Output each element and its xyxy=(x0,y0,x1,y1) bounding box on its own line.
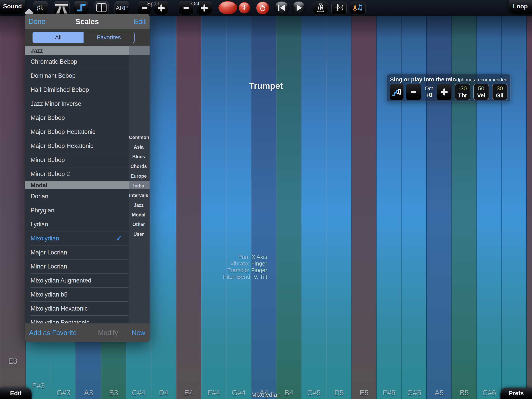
index-item-blues[interactable]: Blues xyxy=(129,154,148,159)
plus-icon xyxy=(441,89,448,96)
play-button[interactable] xyxy=(292,1,306,14)
oct-value: +0 xyxy=(423,91,435,99)
pitch-step-icon xyxy=(75,2,87,13)
note-stripe-A4[interactable]: A4 xyxy=(251,16,277,399)
edit-button[interactable]: Edit xyxy=(133,14,146,29)
note-stripe-A5[interactable]: A5 xyxy=(426,16,452,399)
record-button[interactable] xyxy=(218,1,237,14)
note-name-label: E5 xyxy=(351,389,377,397)
note-name-label: C#4 xyxy=(126,389,151,397)
note-stripe-G#4[interactable]: G#4 xyxy=(226,16,251,399)
mic-octave-decrease-button[interactable] xyxy=(406,84,421,100)
tab-all[interactable]: All xyxy=(33,32,83,43)
note-stripe-E6[interactable] xyxy=(526,16,532,399)
note-name-label: F#5 xyxy=(377,389,402,397)
note-name-label: D4 xyxy=(151,389,176,397)
add-as-favorite-button[interactable]: Add as Favorite xyxy=(29,323,77,342)
note-stripe-D5[interactable]: D5 xyxy=(326,16,351,399)
note-name-label: F#3 xyxy=(26,382,51,390)
sound-tab-button[interactable]: Sound xyxy=(0,0,25,14)
index-item-jazz[interactable]: Jazz xyxy=(129,202,148,208)
note-name-label: C#6 xyxy=(477,389,502,397)
index-item-other[interactable]: Other xyxy=(129,222,148,227)
index-item-user[interactable]: User xyxy=(129,232,148,237)
note-stripe-G#5[interactable]: G#5 xyxy=(401,16,427,399)
note-stripe-D6[interactable]: D6 xyxy=(501,16,527,399)
sharp-flat-icon: ♯♭ xyxy=(37,4,44,12)
mic-panel-controls: Oct +0 -30Thr50Vel30Gli xyxy=(390,84,507,100)
control-assignments: Pan:X AxisVibrato:FingerTremolo:FingerPi… xyxy=(193,254,267,280)
minus-icon xyxy=(184,7,189,9)
scales-header: Done Scales Edit xyxy=(25,14,150,29)
assignment-row: Tremolo:Finger xyxy=(193,267,267,274)
note-stripe-C#5[interactable]: C#5 xyxy=(301,16,327,399)
scale-name: Half-Dimiished Bebop xyxy=(31,83,89,97)
scale-name: Minor Locrian xyxy=(31,259,67,274)
note-stripe-B4[interactable]: B4 xyxy=(276,16,301,399)
index-item-india[interactable]: India xyxy=(129,183,148,189)
modify-button[interactable]: Modify xyxy=(98,323,118,342)
layout-columns-button[interactable] xyxy=(94,1,109,14)
play-icon xyxy=(297,5,302,11)
index-item-modal[interactable]: Modal xyxy=(129,212,148,218)
param-value: -30 xyxy=(459,85,467,92)
scale-name: Major Locrian xyxy=(31,245,67,259)
mic-param-thr-button[interactable]: -30Thr xyxy=(455,84,470,100)
current-scale-label: Mixolydian xyxy=(208,391,324,399)
scale-name: Mixolydian xyxy=(31,232,59,245)
loop-tab-button[interactable]: Loop xyxy=(509,0,532,14)
assignment-label: Pitch Bend: xyxy=(193,274,252,280)
prefs-tab-button[interactable]: Prefs xyxy=(500,388,532,399)
loop-label: Loop xyxy=(513,3,528,10)
note-stripe-E3[interactable]: E3 xyxy=(0,16,25,399)
top-toolbar: ♯♭ ARP Span Oct xyxy=(0,0,532,16)
note-stripe-F#5[interactable]: F#5 xyxy=(376,16,402,399)
scales-title: Scales xyxy=(25,14,150,29)
edit-tab-button[interactable]: Edit xyxy=(0,388,32,399)
section-index[interactable]: CommonAsiaBluesChordsEuropeIndiaInterval… xyxy=(129,46,150,323)
note-stripe-E4[interactable]: E4 xyxy=(176,16,201,399)
note-name-label: E3 xyxy=(0,357,25,366)
scale-name: Lydian xyxy=(31,217,48,232)
note-stripe-E5[interactable]: E5 xyxy=(351,16,377,399)
mic-param-vel-button[interactable]: 50Vel xyxy=(473,84,489,100)
scale-name: Major Bebop xyxy=(31,111,65,125)
mic-monitor-button[interactable] xyxy=(331,1,347,14)
new-button[interactable]: New xyxy=(132,323,145,342)
param-value: 30 xyxy=(497,85,503,92)
scale-name: Major Bebop Hexatonic xyxy=(31,139,93,153)
note-stripe-B5[interactable]: B5 xyxy=(451,16,477,399)
index-item-chords[interactable]: Chords xyxy=(129,164,148,169)
note-stripe-F#4[interactable]: F#4 xyxy=(201,16,226,399)
skip-to-start-button[interactable] xyxy=(274,1,289,14)
assignment-row: Vibrato:Finger xyxy=(193,260,267,267)
note-stripe-D4[interactable]: D4 xyxy=(151,16,176,399)
accidentals-button[interactable]: ♯♭ xyxy=(33,1,48,14)
mic-param-gli-button[interactable]: 30Gli xyxy=(492,84,507,100)
metronome-button[interactable] xyxy=(313,1,328,14)
index-item-europe[interactable]: Europe xyxy=(129,174,148,179)
index-item-intervals[interactable]: Intervals xyxy=(129,193,148,198)
note-stripe-C#6[interactable]: C#6 xyxy=(476,16,502,399)
columns-icon xyxy=(96,3,107,12)
instrument-image-button[interactable] xyxy=(54,1,70,14)
note-name-label: G#5 xyxy=(402,389,427,397)
scale-name: Mixolydian Hexatonic xyxy=(31,302,88,316)
mic-panel-subtitle: Headphones recommended xyxy=(447,77,507,83)
arpeggiator-button[interactable]: ARP xyxy=(114,1,129,14)
sound-label: Sound xyxy=(3,3,22,10)
index-item-common[interactable]: Common xyxy=(129,135,148,140)
index-item-asia[interactable]: Asia xyxy=(129,144,148,150)
pitch-detect-toggle[interactable] xyxy=(390,84,404,100)
assignment-value: Finger xyxy=(251,267,267,274)
scale-name: Mixolydian b5 xyxy=(31,288,68,302)
tab-favorites[interactable]: Favorites xyxy=(83,32,134,43)
pitch-step-button[interactable] xyxy=(74,1,88,14)
note-name-label: G#3 xyxy=(51,389,76,397)
assignment-row: Pan:X Axis xyxy=(193,254,267,260)
mic-record-button[interactable] xyxy=(239,2,250,13)
pitch-to-note-button[interactable] xyxy=(350,1,366,14)
mic-octave-increase-button[interactable] xyxy=(437,84,451,100)
oct-label: Oct xyxy=(423,85,435,91)
timer-button[interactable] xyxy=(256,1,269,14)
